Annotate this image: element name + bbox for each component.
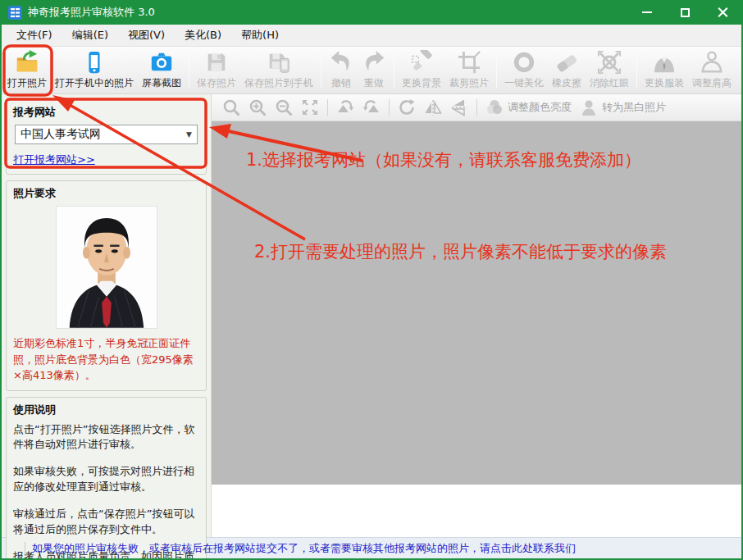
toolbar-button-label: 保存照片 xyxy=(197,76,236,90)
toolbar-button-change-background: 更换背景 xyxy=(398,48,445,93)
change-suit-icon xyxy=(652,50,677,75)
toolbar-button-label: 更换服装 xyxy=(645,76,684,90)
zoom-out-icon xyxy=(275,98,293,116)
redo-icon xyxy=(362,50,386,75)
sidebar: 报考网站 中国人事考试网 ▼ 打开报考网站>> 照片要求 xyxy=(2,94,212,537)
chevron-down-icon: ▼ xyxy=(186,130,192,139)
view-tool-rotate-right xyxy=(358,98,385,116)
view-tool-magnifier xyxy=(218,98,244,116)
open-site-link[interactable]: 打开报考网站>> xyxy=(13,153,95,167)
status-bar: 如果您的照片审核失败，或者审核后在报考网站提交不了，或者需要审核其他报考网站的照… xyxy=(2,537,741,558)
menu-item-4[interactable]: 美化(B) xyxy=(175,25,231,46)
contact-us-status-link[interactable]: 如果您的照片审核失败，或者审核后在报考网站提交不了，或者需要审核其他报考网站的照… xyxy=(32,541,576,556)
toolbar-button-save-to-phone: 保存照片到手机 xyxy=(240,48,317,93)
site-section-title: 报考网站 xyxy=(13,105,199,120)
flip-vertical-icon xyxy=(450,98,468,116)
view-tool-fit-screen xyxy=(297,98,323,116)
toolbar-button-label: 打开照片 xyxy=(7,76,47,90)
bottom-white-area xyxy=(212,485,741,537)
window-title: 神奇报考照片审核软件 3.0 xyxy=(28,5,628,20)
annotation-step1: 1.选择报考网站（如果没有，请联系客服免费添加） xyxy=(246,148,641,171)
toolbar-button-remove-red-eye: 消除红眼 xyxy=(586,48,633,93)
toolbar-button-phone-photo[interactable]: 打开手机中的照片 xyxy=(51,48,138,93)
adjust-shoulders-icon xyxy=(700,50,724,75)
title-bar: 神奇报考照片审核软件 3.0 xyxy=(2,0,741,25)
sample-id-photo xyxy=(56,206,157,329)
view-tool-zoom-in xyxy=(244,98,271,116)
menu-bar: 文件(F)编辑(E)视图(V)美化(B)帮助(H) xyxy=(2,25,741,47)
menu-item-3[interactable]: 视图(V) xyxy=(118,25,175,46)
toolbar-button-save-floppy: 保存照片 xyxy=(193,48,240,93)
toolbar-button-redo: 重做 xyxy=(358,48,390,93)
undo-icon xyxy=(329,50,353,75)
menu-item-1[interactable]: 文件(F) xyxy=(7,25,62,46)
photo-section-title: 照片要求 xyxy=(13,186,199,201)
beautify-ring-icon xyxy=(512,50,536,75)
toolbar-button-label: 调整肩高 xyxy=(692,76,732,90)
usage-paragraph-2: 如果审核失败，可按提示对照片进行相应的修改处理直到通过审核。 xyxy=(13,464,199,495)
toolbar-button-label: 保存照片到手机 xyxy=(244,76,313,90)
zoom-in-icon xyxy=(248,98,267,116)
statusbar-divider xyxy=(25,542,25,554)
menu-item-2[interactable]: 编辑(E) xyxy=(62,25,118,46)
toolbar-separator xyxy=(189,52,189,89)
toolbar-button-label: 橡皮擦 xyxy=(552,76,581,90)
eraser-icon xyxy=(554,50,579,75)
rotate-left-icon xyxy=(336,98,354,116)
open-photo-icon xyxy=(15,50,39,75)
main-panel: 调整颜色亮度转为黑白照片 1.选择报考网站（如果没有，请联系客服免费添加） 2.… xyxy=(212,94,741,537)
toolbar-button-screenshot-camera[interactable]: 屏幕截图 xyxy=(138,48,185,93)
view-tool-label: 调整颜色亮度 xyxy=(508,100,572,115)
site-section: 报考网站 中国人事考试网 ▼ 打开报考网站>> xyxy=(6,99,207,175)
view-tool-grayscale-person: 转为黑白照片 xyxy=(576,98,670,116)
site-dropdown-value: 中国人事考试网 xyxy=(21,127,101,142)
toolbar-button-crop: 裁剪照片 xyxy=(445,48,493,93)
flip-horizontal-icon xyxy=(424,98,442,116)
toolbar-button-open-photo[interactable]: 打开照片 xyxy=(3,48,51,93)
toolbar-button-label: 重做 xyxy=(364,76,384,90)
magnifier-icon xyxy=(222,98,240,116)
toolbar-button-label: 裁剪照片 xyxy=(449,76,489,90)
toolbar-button-change-suit: 更换服装 xyxy=(640,48,688,93)
maximize-button[interactable] xyxy=(666,0,704,25)
toolbar-button-label: 消除红眼 xyxy=(590,76,629,90)
view-tool-flip-vertical xyxy=(446,98,472,116)
close-button[interactable] xyxy=(704,0,741,25)
window-controls xyxy=(628,0,741,25)
minimize-button[interactable] xyxy=(628,0,666,25)
toolbar-separator xyxy=(321,52,321,89)
usage-paragraph-1: 点击“打开照片”按钮选择照片文件，软件将自动对照片进行审核。 xyxy=(13,422,199,453)
photo-requirement-text: 近期彩色标准1寸，半身免冠正面证件照，照片底色背景为白色（宽295像素×高413… xyxy=(13,335,199,384)
view-tool-zoom-out xyxy=(271,98,297,116)
toolbar-button-label: 一键美化 xyxy=(504,76,544,90)
toolbar-button-adjust-shoulders: 调整肩高 xyxy=(688,48,736,93)
color-adjust-icon xyxy=(485,98,504,116)
screenshot-camera-icon xyxy=(149,50,174,75)
save-floppy-icon xyxy=(204,50,229,75)
save-to-phone-icon xyxy=(267,50,291,75)
toolbar-separator xyxy=(394,52,394,89)
usage-section-title: 使用说明 xyxy=(13,403,199,417)
app-window: 神奇报考照片审核软件 3.0 文件(F)编辑(E)视图(V)美化(B)帮助(H)… xyxy=(0,0,743,560)
rotate-circle-icon xyxy=(398,98,416,116)
menu-item-5[interactable]: 帮助(H) xyxy=(231,25,289,46)
view-tool-flip-horizontal xyxy=(420,98,446,116)
toolbar-button-eraser: 橡皮擦 xyxy=(548,48,586,93)
toolbar-separator xyxy=(636,52,637,89)
view-tool-rotate-circle xyxy=(394,98,420,116)
content-area: 报考网站 中国人事考试网 ▼ 打开报考网站>> 照片要求 xyxy=(2,94,741,537)
toolbar-separator xyxy=(327,99,328,116)
crop-icon xyxy=(457,50,481,75)
site-dropdown[interactable]: 中国人事考试网 ▼ xyxy=(15,125,198,144)
annotation-step2: 2.打开需要处理的照片，照片像素不能低于要求的像素 xyxy=(254,240,667,263)
toolbar-button-label: 撤销 xyxy=(331,76,351,90)
view-tool-color-adjust: 调整颜色亮度 xyxy=(481,98,576,116)
fit-screen-icon xyxy=(301,98,319,116)
view-toolbar: 调整颜色亮度转为黑白照片 xyxy=(212,94,741,121)
remove-red-eye-icon xyxy=(597,50,622,75)
usage-paragraph-3: 审核通过后，点击“保存照片”按钮可以将通过后的照片保存到文件中。 xyxy=(13,507,199,538)
toolbar-separator xyxy=(476,99,477,116)
toolbar-button-beautify-ring: 一键美化 xyxy=(500,48,548,93)
usage-section: 使用说明 点击“打开照片”按钮选择照片文件，软件将自动对照片进行审核。如果审核失… xyxy=(6,397,207,560)
toolbar-button-label: 屏幕截图 xyxy=(142,76,181,90)
